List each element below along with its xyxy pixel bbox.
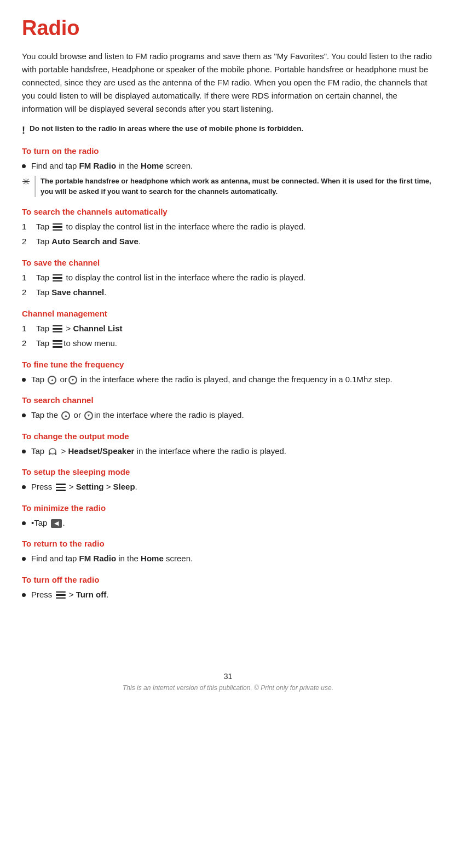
warning-box: ! Do not listen to the radio in areas wh… <box>22 124 434 136</box>
list-item: Find and tap FM Radio in the Home screen… <box>22 160 434 173</box>
section-turn-off-radio: To turn off the radio Press > Turn off. <box>22 575 434 601</box>
item-text: Tap to display the control list in the i… <box>36 272 305 284</box>
section-heading-fine-tune: To fine tune the frequency <box>22 360 434 369</box>
footer-note: This is an Internet version of this publ… <box>22 684 434 692</box>
bullet-text: Tap or in the interface where the radio … <box>31 373 392 386</box>
numbered-list: 1 Tap to display the control list in the… <box>22 221 434 248</box>
list-item: Tap > Headset/Speaker in the interface w… <box>22 445 434 458</box>
circle-down-icon <box>84 411 93 420</box>
item-number: 2 <box>22 286 30 299</box>
back-arrow-icon: ◀ <box>51 519 62 528</box>
note-box: ✳ The portable handsfree or headphone wh… <box>22 176 434 197</box>
item-text: Tap Auto Search and Save. <box>36 235 141 248</box>
section-output-mode: To change the output mode Tap > Headset/… <box>22 432 434 458</box>
menu-icon <box>56 591 66 599</box>
bullet-text: Press > Turn off. <box>31 589 108 601</box>
numbered-list: 1 Tap > Channel List 2 Tap to show menu. <box>22 323 434 350</box>
section-fine-tune: To fine tune the frequency Tap or in the… <box>22 360 434 386</box>
section-heading-turn-on: To turn on the radio <box>22 146 434 156</box>
list-item: Press > Setting > Sleep. <box>22 481 434 493</box>
bullet-text: •Tap ◀. <box>31 517 65 530</box>
bullet-text: Tap > Headset/Speaker in the interface w… <box>31 445 286 458</box>
page-number: 31 <box>22 672 434 681</box>
section-heading-save-channel: To save the channel <box>22 258 434 267</box>
section-minimize-radio: To minimize the radio •Tap ◀. <box>22 503 434 530</box>
section-heading-return: To return to the radio <box>22 539 434 548</box>
item-number: 1 <box>22 221 30 233</box>
menu-icon <box>56 484 66 491</box>
page-title: Radio <box>22 16 434 40</box>
section-heading-output-mode: To change the output mode <box>22 432 434 441</box>
section-channel-management: Channel management 1 Tap > Channel List … <box>22 309 434 350</box>
section-turn-on-radio: To turn on the radio Find and tap FM Rad… <box>22 146 434 197</box>
warning-icon: ! <box>22 125 25 136</box>
note-text: The portable handsfree or headphone whic… <box>34 176 434 197</box>
list-item: Tap or in the interface where the radio … <box>22 373 434 386</box>
item-number: 2 <box>22 235 30 248</box>
headset-icon <box>48 447 57 456</box>
item-number: 2 <box>22 337 30 350</box>
bullet-text: Find and tap FM Radio in the Home screen… <box>31 553 193 565</box>
svg-rect-2 <box>55 452 56 455</box>
warning-text: Do not listen to the radio in areas wher… <box>30 124 303 133</box>
intro-paragraph: You could browse and listen to FM radio … <box>22 50 434 116</box>
menu-icon <box>53 340 62 348</box>
page-footer: 31 This is an Internet version of this p… <box>22 672 434 692</box>
item-text: Tap Save channel. <box>36 286 106 299</box>
numbered-item: 2 Tap to show menu. <box>22 337 434 350</box>
item-number: 1 <box>22 323 30 335</box>
circle-up-icon <box>61 411 70 420</box>
section-heading-channel-management: Channel management <box>22 309 434 318</box>
note-icon: ✳ <box>22 176 30 188</box>
section-sleeping-mode: To setup the sleeping mode Press > Setti… <box>22 467 434 493</box>
item-text: Tap > Channel List <box>36 323 122 335</box>
numbered-item: 2 Tap Save channel. <box>22 286 434 299</box>
list-item: Tap the or in the interface where the ra… <box>22 409 434 422</box>
item-text: Tap to display the control list in the i… <box>36 221 305 233</box>
numbered-item: 1 Tap > Channel List <box>22 323 434 335</box>
section-heading-turn-off: To turn off the radio <box>22 575 434 584</box>
section-heading-sleeping-mode: To setup the sleeping mode <box>22 467 434 476</box>
section-return-radio: To return to the radio Find and tap FM R… <box>22 539 434 565</box>
item-text: Tap to show menu. <box>36 337 117 350</box>
bullet-text: Press > Setting > Sleep. <box>31 481 137 493</box>
numbered-item: 2 Tap Auto Search and Save. <box>22 235 434 248</box>
menu-icon <box>53 223 62 231</box>
circle-down-icon <box>68 376 77 384</box>
menu-icon <box>53 274 62 282</box>
numbered-item: 1 Tap to display the control list in the… <box>22 221 434 233</box>
numbered-list: 1 Tap to display the control list in the… <box>22 272 434 299</box>
svg-rect-1 <box>49 452 50 455</box>
circle-up-icon <box>48 376 56 384</box>
menu-icon <box>53 325 62 333</box>
list-item: Press > Turn off. <box>22 589 434 601</box>
list-item: •Tap ◀. <box>22 517 434 530</box>
section-save-channel: To save the channel 1 Tap to display the… <box>22 258 434 299</box>
bullet-text: Find and tap FM Radio in the Home screen… <box>31 160 193 173</box>
section-search-channel: To search channel Tap the or in the inte… <box>22 395 434 422</box>
bullet-text: Tap the or in the interface where the ra… <box>31 409 244 422</box>
list-item: Find and tap FM Radio in the Home screen… <box>22 553 434 565</box>
section-heading-minimize: To minimize the radio <box>22 503 434 513</box>
section-heading-search-channel: To search channel <box>22 395 434 405</box>
numbered-item: 1 Tap to display the control list in the… <box>22 272 434 284</box>
section-search-channels: To search the channels automatically 1 T… <box>22 207 434 248</box>
item-number: 1 <box>22 272 30 284</box>
section-heading-search-channels: To search the channels automatically <box>22 207 434 216</box>
